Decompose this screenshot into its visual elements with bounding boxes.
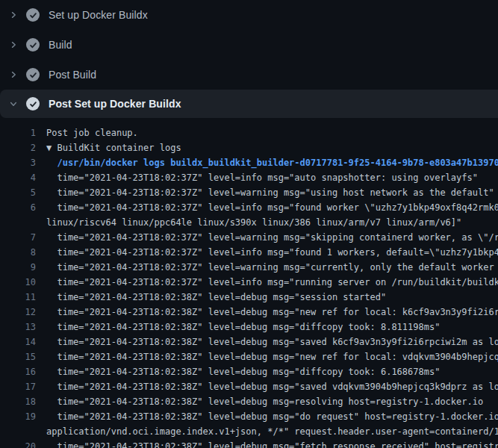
log-line-number[interactable]: 20 — [0, 439, 36, 448]
check-circle-icon — [26, 8, 40, 22]
log-line-number[interactable]: 17 — [0, 379, 36, 394]
log-line-number[interactable]: 10 — [0, 275, 36, 290]
log-line-text: Post job cleanup. — [46, 125, 138, 140]
log-line-text: time="2021-04-23T18:02:38Z" level=debug … — [46, 379, 498, 394]
chevron-down-icon — [9, 99, 18, 108]
log-line: 19 time="2021-04-23T18:02:38Z" level=deb… — [0, 409, 498, 424]
log-line-text: time="2021-04-23T18:02:37Z" level=info m… — [46, 200, 498, 215]
step-title: Post Build — [49, 69, 96, 81]
log-line-text: time="2021-04-23T18:02:38Z" level=debug … — [46, 409, 498, 424]
check-circle-icon — [26, 38, 40, 52]
log-line: 7 time="2021-04-23T18:02:37Z" level=warn… — [0, 230, 498, 245]
log-line-text: time="2021-04-23T18:02:38Z" level=debug … — [46, 305, 498, 320]
log-line-text: time="2021-04-23T18:02:38Z" level=debug … — [46, 335, 498, 349]
log-line: 9 time="2021-04-23T18:02:37Z" level=warn… — [0, 260, 498, 275]
log-line-text: /usr/bin/docker logs buildx_buildkit_bui… — [46, 155, 498, 170]
log-line-text: linux/riscv64 linux/ppc64le linux/s390x … — [46, 215, 461, 230]
log-line-number — [0, 215, 36, 230]
log-line-number[interactable]: 13 — [0, 320, 36, 335]
log-line-text: time="2021-04-23T18:02:38Z" level=debug … — [46, 364, 440, 379]
log-line-text: time="2021-04-23T18:02:38Z" level=debug … — [46, 439, 498, 448]
log-line-number[interactable]: 6 — [0, 200, 36, 215]
log-line-text: time="2021-04-23T18:02:38Z" level=debug … — [46, 290, 386, 305]
log-line-number[interactable]: 8 — [0, 245, 36, 260]
log-line-number[interactable]: 12 — [0, 305, 36, 320]
log-line-text: ▼ BuildKit container logs — [46, 140, 181, 155]
log-line-number[interactable]: 1 — [0, 125, 36, 140]
step-row-build[interactable]: Build — [0, 30, 498, 60]
log-line-number[interactable]: 19 — [0, 409, 36, 424]
check-circle-icon — [26, 68, 40, 81]
log-line: 16 time="2021-04-23T18:02:38Z" level=deb… — [0, 364, 498, 379]
log-line: 13 time="2021-04-23T18:02:38Z" level=deb… — [0, 320, 498, 335]
log-line-text: time="2021-04-23T18:02:38Z" level=debug … — [46, 394, 483, 409]
log-line: 8 time="2021-04-23T18:02:37Z" level=info… — [0, 245, 498, 260]
log-line-number[interactable]: 15 — [0, 349, 36, 364]
step-row-set-up-docker-buildx[interactable]: Set up Docker Buildx — [0, 0, 498, 30]
log-line-text: time="2021-04-23T18:02:38Z" level=debug … — [46, 320, 440, 335]
step-row-post-set-up-docker-buildx[interactable]: Post Set up Docker Buildx — [0, 90, 498, 118]
log-line-number[interactable]: 11 — [0, 290, 36, 305]
log-line-number — [0, 424, 36, 439]
log-line-number[interactable]: 3 — [0, 155, 36, 170]
log-line-number[interactable]: 7 — [0, 230, 36, 245]
log-line: 17 time="2021-04-23T18:02:38Z" level=deb… — [0, 379, 498, 394]
chevron-right-icon — [9, 40, 18, 49]
log-line: 11 time="2021-04-23T18:02:38Z" level=deb… — [0, 290, 498, 305]
log-line-text: time="2021-04-23T18:02:37Z" level=info m… — [46, 245, 498, 260]
log-line-text: time="2021-04-23T18:02:38Z" level=debug … — [46, 349, 498, 364]
log-line: 12 time="2021-04-23T18:02:38Z" level=deb… — [0, 305, 498, 320]
log-line-number[interactable]: 5 — [0, 185, 36, 200]
steps-list: Set up Docker Buildx Build Post Build Po… — [0, 0, 498, 118]
log-line: 6 time="2021-04-23T18:02:37Z" level=info… — [0, 200, 498, 215]
log-line-text: time="2021-04-23T18:02:37Z" level=warnin… — [46, 230, 498, 245]
log-line-number[interactable]: 9 — [0, 260, 36, 275]
step-title: Build — [49, 39, 72, 51]
log-viewer: 1 Post job cleanup. 2 ▼ BuildKit contain… — [0, 118, 498, 448]
log-line: 14 time="2021-04-23T18:02:38Z" level=deb… — [0, 335, 498, 349]
log-line: 18 time="2021-04-23T18:02:38Z" level=deb… — [0, 394, 498, 409]
log-line-number[interactable]: 14 — [0, 335, 36, 349]
log-group-toggle-row[interactable]: 2 ▼ BuildKit container logs — [0, 140, 498, 155]
log-line: application/vnd.oci.image.index.v1+json,… — [0, 424, 498, 439]
log-line: 20 time="2021-04-23T18:02:38Z" level=deb… — [0, 439, 498, 448]
chevron-right-icon — [9, 10, 18, 19]
log-line: 3 /usr/bin/docker logs buildx_buildkit_b… — [0, 155, 498, 170]
log-line-text: time="2021-04-23T18:02:37Z" level=warnin… — [46, 185, 494, 200]
log-line: 15 time="2021-04-23T18:02:38Z" level=deb… — [0, 349, 498, 364]
step-row-post-build[interactable]: Post Build — [0, 60, 498, 90]
log-line-text: time="2021-04-23T18:02:37Z" level=warnin… — [46, 260, 498, 275]
log-line-text: time="2021-04-23T18:02:37Z" level=info m… — [46, 275, 498, 290]
check-circle-icon — [26, 97, 40, 111]
chevron-right-icon — [9, 70, 18, 79]
log-line-text: time="2021-04-23T18:02:37Z" level=info m… — [46, 170, 478, 185]
log-line: 10 time="2021-04-23T18:02:37Z" level=inf… — [0, 275, 498, 290]
step-title: Set up Docker Buildx — [49, 9, 148, 21]
log-line-number[interactable]: 16 — [0, 364, 36, 379]
log-line-text: application/vnd.oci.image.index.v1+json,… — [46, 424, 498, 439]
log-line-number[interactable]: 2 — [0, 140, 36, 155]
log-line-number[interactable]: 18 — [0, 394, 36, 409]
log-line: 4 time="2021-04-23T18:02:37Z" level=info… — [0, 170, 498, 185]
log-line: 5 time="2021-04-23T18:02:37Z" level=warn… — [0, 185, 498, 200]
log-line: 1 Post job cleanup. — [0, 125, 498, 140]
step-title: Post Set up Docker Buildx — [49, 98, 181, 110]
log-line: linux/riscv64 linux/ppc64le linux/s390x … — [0, 215, 498, 230]
log-line-number[interactable]: 4 — [0, 170, 36, 185]
